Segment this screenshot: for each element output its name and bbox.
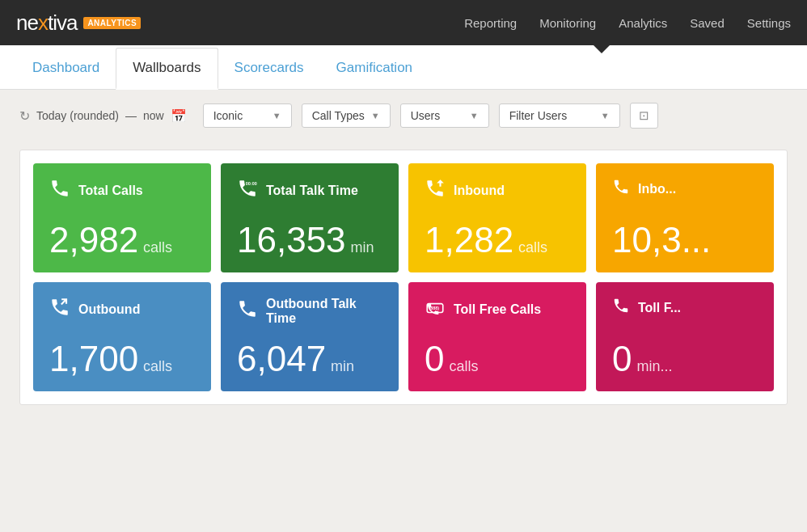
total-calls-value-row: 2,982 calls	[49, 222, 195, 258]
card-toll-free-calls: (888) Toll Free Calls 0 calls	[408, 282, 586, 391]
export-icon: ⊡	[639, 108, 649, 122]
inbound-icon	[425, 178, 446, 204]
outbound-talk-time-value-row: 6,047 min	[237, 341, 382, 377]
total-talk-time-value-row: 16,353 min	[237, 222, 382, 258]
call-types-dropdown[interactable]: Call Types ▼	[302, 103, 391, 128]
inbound-value-row: 1,282 calls	[425, 222, 570, 258]
tab-dashboard[interactable]: Dashboard	[16, 49, 116, 90]
card-inbound-talk-time-partial-header: Inbo...	[612, 178, 758, 201]
cards-row-2: Outbound 1,700 calls Outbound Talk Time …	[33, 282, 774, 391]
inbound-talk-time-partial-title: Inbo...	[638, 182, 676, 196]
total-calls-title: Total Calls	[78, 184, 143, 198]
outbound-unit: calls	[143, 358, 172, 375]
nav-monitoring[interactable]: Monitoring	[539, 16, 596, 30]
inbound-unit: calls	[518, 239, 547, 256]
card-toll-free-calls-header: (888) Toll Free Calls	[425, 297, 570, 323]
outbound-icon	[49, 297, 70, 323]
toll-free-talk-time-partial-title: Toll F...	[638, 301, 681, 315]
card-total-calls: Total Calls 2,982 calls	[33, 163, 211, 272]
iconic-dropdown[interactable]: Iconic ▼	[203, 103, 292, 128]
iconic-arrow: ▼	[273, 111, 281, 120]
filter-users-label: Filter Users	[509, 109, 568, 122]
outbound-talk-time-title: Outbound Talk Time	[266, 297, 382, 326]
outbound-title: Outbound	[78, 302, 140, 317]
total-talk-time-icon: 00:00	[237, 178, 258, 204]
outbound-talk-time-unit: min	[331, 358, 354, 375]
outbound-value: 1,700	[49, 341, 138, 377]
users-dropdown[interactable]: Users ▼	[400, 103, 489, 128]
total-calls-value: 2,982	[49, 222, 138, 258]
toll-free-calls-unit: calls	[449, 358, 478, 375]
total-talk-time-unit: min	[351, 239, 374, 256]
calendar-icon[interactable]: 📅	[171, 108, 187, 124]
cards-wrapper: Total Calls 2,982 calls 00:00 Total Talk…	[19, 150, 788, 405]
cards-row-1: Total Calls 2,982 calls 00:00 Total Talk…	[33, 163, 774, 272]
users-arrow: ▼	[470, 111, 479, 120]
card-outbound: Outbound 1,700 calls	[33, 282, 211, 391]
card-outbound-talk-time: Outbound Talk Time 6,047 min	[221, 282, 399, 391]
filter-users-dropdown[interactable]: Filter Users ▼	[499, 103, 620, 128]
tab-gamification[interactable]: Gamification	[320, 49, 429, 90]
export-button[interactable]: ⊡	[630, 103, 658, 129]
nav-analytics[interactable]: Analytics	[619, 16, 667, 30]
logo-text: nextiva	[16, 11, 77, 36]
card-inbound: Inbound 1,282 calls	[408, 163, 586, 272]
users-label: Users	[411, 109, 441, 122]
call-types-label: Call Types	[312, 109, 365, 122]
cards-section: Total Calls 2,982 calls 00:00 Total Talk…	[0, 137, 807, 418]
card-toll-free-talk-time-partial-header: Toll F...	[612, 297, 758, 319]
iconic-label: Iconic	[213, 109, 243, 122]
nav-settings[interactable]: Settings	[747, 16, 791, 30]
card-total-talk-time-header: 00:00 Total Talk Time	[237, 178, 382, 204]
inbound-title: Inbound	[454, 184, 505, 198]
outbound-value-row: 1,700 calls	[49, 341, 195, 377]
date-filter: ↻ Today (rounded) — now 📅	[19, 108, 187, 124]
card-total-talk-time: 00:00 Total Talk Time 16,353 min	[221, 163, 399, 272]
total-calls-unit: calls	[143, 239, 172, 256]
tab-scorecards[interactable]: Scorecards	[218, 49, 320, 90]
toll-free-calls-value: 0	[425, 341, 444, 377]
total-talk-time-value: 16,353	[237, 222, 346, 258]
inbound-value: 1,282	[425, 222, 513, 258]
card-outbound-talk-time-header: Outbound Talk Time	[237, 297, 382, 326]
card-inbound-header: Inbound	[425, 178, 570, 204]
tab-bar: Dashboard Wallboards Scorecards Gamifica…	[0, 45, 807, 90]
card-inbound-talk-time-partial: Inbo... 10,3...	[596, 163, 774, 272]
card-toll-free-talk-time-partial: Toll F... 0 min...	[596, 282, 774, 391]
total-calls-icon	[49, 178, 70, 204]
toll-free-calls-value-row: 0 calls	[425, 341, 570, 377]
toll-free-talk-time-partial-unit: min...	[636, 358, 672, 375]
toll-free-talk-time-partial-icon	[612, 297, 630, 319]
nav-indicator	[594, 45, 610, 53]
card-outbound-header: Outbound	[49, 297, 195, 323]
tab-wallboards[interactable]: Wallboards	[116, 48, 218, 90]
toll-free-calls-icon: (888)	[425, 297, 446, 323]
total-talk-time-title: Total Talk Time	[266, 184, 358, 198]
nav-saved[interactable]: Saved	[690, 16, 725, 30]
logo-dot: x	[38, 11, 48, 35]
call-types-arrow: ▼	[371, 111, 380, 120]
inbound-talk-time-partial-value-row: 10,3...	[612, 222, 758, 258]
outbound-talk-time-icon	[237, 298, 258, 324]
analytics-badge: ANALYTICS	[83, 17, 141, 29]
toll-free-talk-time-partial-value: 0	[612, 341, 632, 377]
toll-free-calls-title: Toll Free Calls	[454, 302, 541, 317]
app-header: nextiva ANALYTICS Reporting Monitoring A…	[0, 0, 807, 45]
date-label: Today (rounded)	[36, 109, 119, 122]
outbound-talk-time-value: 6,047	[237, 341, 326, 377]
refresh-icon[interactable]: ↻	[19, 108, 30, 124]
toll-free-talk-time-partial-value-row: 0 min...	[612, 341, 758, 377]
filter-users-arrow: ▼	[601, 111, 610, 120]
date-separator: —	[125, 109, 137, 122]
nav-reporting[interactable]: Reporting	[464, 16, 517, 30]
main-nav: Reporting Monitoring Analytics Saved Set…	[464, 16, 791, 30]
inbound-talk-time-partial-value: 10,3...	[612, 222, 711, 258]
date-end: now	[143, 109, 164, 122]
logo-area: nextiva ANALYTICS	[16, 11, 141, 36]
inbound-talk-time-partial-icon	[612, 178, 630, 201]
toolbar: ↻ Today (rounded) — now 📅 Iconic ▼ Call …	[0, 90, 807, 137]
card-total-calls-header: Total Calls	[49, 178, 195, 204]
svg-text:00:00: 00:00	[246, 181, 257, 186]
